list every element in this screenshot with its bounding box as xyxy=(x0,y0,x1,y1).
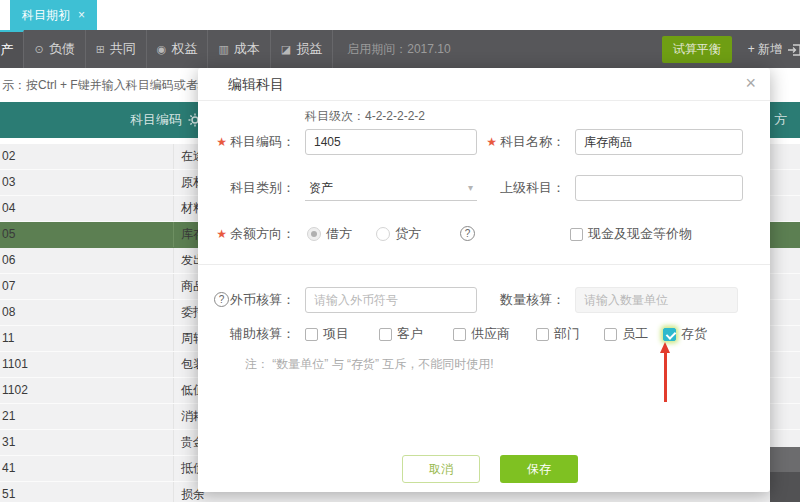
radio-selected-icon xyxy=(307,227,321,241)
page-tab-subject-opening[interactable]: 科目期初 × xyxy=(10,0,97,30)
modal-close-icon[interactable]: × xyxy=(745,73,756,93)
aux-options: 项目客户供应商部门员工存货 xyxy=(305,324,707,344)
trial-balance-button[interactable]: 试算平衡 xyxy=(662,36,732,63)
direction-column-header-partial: 方 xyxy=(774,102,787,138)
aux-option-部门[interactable]: 部门 xyxy=(536,325,580,343)
category-label: 科目类别： xyxy=(198,174,295,202)
toolbar-tab-共同[interactable]: ⊞共同 xyxy=(86,30,147,68)
help-icon[interactable]: ? xyxy=(460,226,475,241)
row-code: 41 xyxy=(2,456,15,481)
aux-option-label: 存货 xyxy=(681,325,707,343)
quantity-label: 数量核算： xyxy=(438,286,565,314)
row-code: 21 xyxy=(2,404,15,429)
toolbar-tab-成本[interactable]: ▥成本 xyxy=(208,30,270,68)
parent-input[interactable] xyxy=(575,175,743,201)
row-code: 11 xyxy=(2,326,14,351)
aux-option-label: 员工 xyxy=(622,325,648,343)
toolbar-tab-label: 损益 xyxy=(296,40,322,58)
aux-option-供应商[interactable]: 供应商 xyxy=(453,325,510,343)
save-button[interactable]: 保存 xyxy=(500,455,578,483)
cancel-button[interactable]: 取消 xyxy=(402,455,480,483)
name-input[interactable] xyxy=(575,129,743,155)
common-icon: ⊞ xyxy=(96,43,105,56)
checkbox-icon xyxy=(305,328,318,341)
category-toolbar: ▤资产⊙负债⊞共同◉权益▥成本◪损益 启用期间：2017.10 试算平衡 + 新… xyxy=(0,30,800,68)
toolbar-tab-label: 成本 xyxy=(234,40,260,58)
toolbar-tab-label: 权益 xyxy=(171,40,197,58)
equity-icon: ◉ xyxy=(157,43,167,56)
toolbar-tab-权益[interactable]: ◉权益 xyxy=(147,30,209,68)
subject-level-text: 科目级次：4-2-2-2-2-2 xyxy=(305,108,425,125)
aux-option-客户[interactable]: 客户 xyxy=(379,325,423,343)
parent-label: 上级科目： xyxy=(438,174,565,202)
checkbox-checked-icon xyxy=(663,328,676,341)
cash-equivalent-checkbox[interactable]: 现金及现金等价物 xyxy=(570,220,692,248)
toolbar-tab-资产[interactable]: ▤资产 xyxy=(0,30,24,68)
category-value: 资产 xyxy=(309,181,333,195)
aux-option-label: 部门 xyxy=(554,325,580,343)
aux-option-存货[interactable]: 存货 xyxy=(663,325,707,343)
checkbox-icon xyxy=(570,228,583,241)
row-code: 03 xyxy=(2,170,15,195)
cost-icon: ▥ xyxy=(218,43,228,56)
aux-option-label: 供应商 xyxy=(471,325,510,343)
row-code: 06 xyxy=(2,248,15,273)
aux-option-label: 客户 xyxy=(397,325,423,343)
row-code: 04 xyxy=(2,196,15,221)
top-bar: 科目期初 × xyxy=(0,0,800,30)
code-column-header: 科目编码 xyxy=(130,102,182,138)
radio-unselected-icon xyxy=(376,227,390,241)
toolbar-tab-label: 资产 xyxy=(0,41,13,59)
cash-equivalent-label: 现金及现金等价物 xyxy=(588,225,692,243)
required-star-icon: ★ xyxy=(486,135,497,149)
required-star-icon: ★ xyxy=(216,135,227,149)
page-tab-label: 科目期初 xyxy=(22,0,70,30)
quantity-input[interactable] xyxy=(575,287,738,313)
row-code: 08 xyxy=(2,300,15,325)
direction-label: ★余额方向： xyxy=(198,220,295,248)
direction-radio-group: 借方 贷方 xyxy=(307,220,421,248)
edit-subject-modal: 编辑科目 × 科目级次：4-2-2-2-2-2 ★科目编码： ★科目名称： 科目… xyxy=(198,68,770,492)
right-strip-block xyxy=(770,447,800,472)
right-strip-block-dark xyxy=(770,472,800,502)
tab-close-icon[interactable]: × xyxy=(78,0,85,30)
code-label: ★科目编码： xyxy=(198,128,295,156)
section-divider xyxy=(198,264,770,265)
row-code: 1102 xyxy=(2,378,28,403)
modal-title: 编辑科目 xyxy=(228,68,284,101)
radio-debit[interactable]: 借方 xyxy=(307,225,352,243)
mutual-exclusion-note: 注： “数量单位” 与 “存货” 互斥，不能同时使用! xyxy=(245,356,494,373)
foreign-currency-label: 外币核算： xyxy=(198,286,295,314)
checkbox-icon xyxy=(379,328,392,341)
liability-icon: ⊙ xyxy=(34,43,43,56)
aux-accounting-label: 辅助核算： xyxy=(198,320,295,348)
enable-period-label: 启用期间：2017.10 xyxy=(347,41,450,58)
required-star-icon: ★ xyxy=(216,227,227,241)
row-code: 07 xyxy=(2,274,15,299)
checkbox-icon xyxy=(536,328,549,341)
red-arrow-annotation xyxy=(659,342,671,405)
aux-option-项目[interactable]: 项目 xyxy=(305,325,349,343)
toolbar-tab-label: 共同 xyxy=(110,40,136,58)
checkbox-icon xyxy=(453,328,466,341)
aux-option-label: 项目 xyxy=(323,325,349,343)
radio-credit[interactable]: 贷方 xyxy=(376,225,421,243)
profit-icon: ◪ xyxy=(281,43,291,56)
radio-credit-label: 贷方 xyxy=(395,225,421,243)
radio-debit-label: 借方 xyxy=(326,225,352,243)
row-code: 1101 xyxy=(2,352,28,377)
toolbar-tabs: ▤资产⊙负债⊞共同◉权益▥成本◪损益 xyxy=(0,30,333,68)
toolbar-tab-损益[interactable]: ◪损益 xyxy=(271,30,333,68)
row-code: 02 xyxy=(2,144,15,169)
add-new-button[interactable]: + 新增 xyxy=(748,41,782,58)
row-code: 05 xyxy=(2,222,15,247)
checkbox-icon xyxy=(604,328,617,341)
name-label: ★科目名称： xyxy=(438,128,565,156)
row-code: 51 xyxy=(2,482,15,502)
toolbar-tab-label: 负债 xyxy=(49,40,75,58)
toolbar-tab-负债[interactable]: ⊙负债 xyxy=(24,30,85,68)
modal-header: 编辑科目 × xyxy=(198,68,770,101)
aux-option-员工[interactable]: 员工 xyxy=(604,325,648,343)
export-icon[interactable] xyxy=(787,42,800,58)
row-code: 31 xyxy=(2,430,15,455)
